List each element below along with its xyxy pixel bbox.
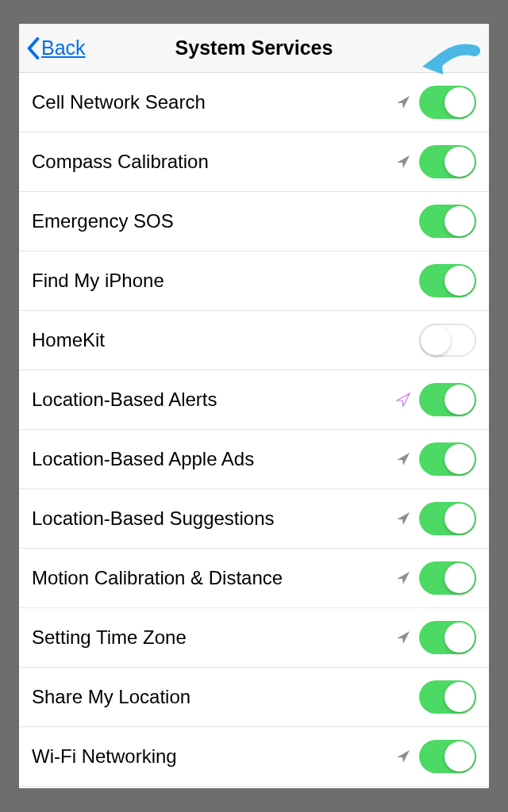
row-setting-time-zone: Setting Time Zone <box>19 608 489 668</box>
location-arrow-outline-icon <box>395 392 411 408</box>
location-arrow-icon <box>395 570 411 586</box>
row-label: Location-Based Suggestions <box>32 508 395 530</box>
row-label: Find My iPhone <box>32 270 419 292</box>
row-wifi-networking: Wi-Fi Networking <box>19 727 489 787</box>
page-title: System Services <box>19 36 489 59</box>
back-button[interactable]: Back <box>27 36 86 59</box>
row-compass-calibration: Compass Calibration <box>19 132 489 192</box>
chevron-left-icon <box>27 37 40 59</box>
location-arrow-icon <box>395 511 411 527</box>
row-cell-network-search: Cell Network Search <box>19 73 489 132</box>
row-location-based-apple-ads: Location-Based Apple Ads <box>19 430 489 489</box>
location-arrow-icon <box>395 154 411 170</box>
row-share-my-location: Share My Location <box>19 668 489 727</box>
location-arrow-icon <box>395 451 411 467</box>
settings-list: Cell Network Search Compass Calibration … <box>19 73 489 788</box>
toggle-motion-calibration[interactable] <box>419 561 476 595</box>
row-label: Emergency SOS <box>32 210 419 232</box>
row-motion-calibration: Motion Calibration & Distance <box>19 549 489 608</box>
row-find-my-iphone: Find My iPhone <box>19 251 489 311</box>
row-emergency-sos: Emergency SOS <box>19 192 489 251</box>
back-label: Back <box>41 36 86 59</box>
location-arrow-icon <box>395 94 411 110</box>
row-location-based-suggestions: Location-Based Suggestions <box>19 489 489 549</box>
row-homekit: HomeKit <box>19 311 489 370</box>
settings-screen: Back System Services Cell Network Search… <box>19 24 489 788</box>
row-label: Motion Calibration & Distance <box>32 567 395 589</box>
toggle-location-based-alerts[interactable] <box>419 383 476 416</box>
toggle-find-my-iphone[interactable] <box>419 264 476 297</box>
row-label: Wi-Fi Networking <box>32 745 395 768</box>
toggle-location-based-suggestions[interactable] <box>419 502 476 535</box>
row-label: Compass Calibration <box>32 151 395 173</box>
location-arrow-icon <box>395 749 411 764</box>
toggle-setting-time-zone[interactable] <box>419 621 476 654</box>
row-significant-locations[interactable]: Significant Locations Off <box>19 787 489 788</box>
toggle-homekit[interactable] <box>419 324 476 357</box>
toggle-cell-network-search[interactable] <box>419 86 476 119</box>
row-label: Location-Based Apple Ads <box>32 448 395 470</box>
toggle-compass-calibration[interactable] <box>419 145 476 178</box>
nav-header: Back System Services <box>19 24 489 73</box>
row-label: Share My Location <box>32 686 419 708</box>
location-arrow-icon <box>395 630 411 645</box>
row-label: Cell Network Search <box>32 91 395 113</box>
toggle-emergency-sos[interactable] <box>419 205 476 238</box>
toggle-location-based-apple-ads[interactable] <box>419 442 476 476</box>
row-label: HomeKit <box>32 329 419 351</box>
row-location-based-alerts: Location-Based Alerts <box>19 370 489 430</box>
row-label: Setting Time Zone <box>32 626 395 649</box>
toggle-wifi-networking[interactable] <box>419 740 476 773</box>
toggle-share-my-location[interactable] <box>419 680 476 714</box>
row-label: Location-Based Alerts <box>32 389 395 411</box>
